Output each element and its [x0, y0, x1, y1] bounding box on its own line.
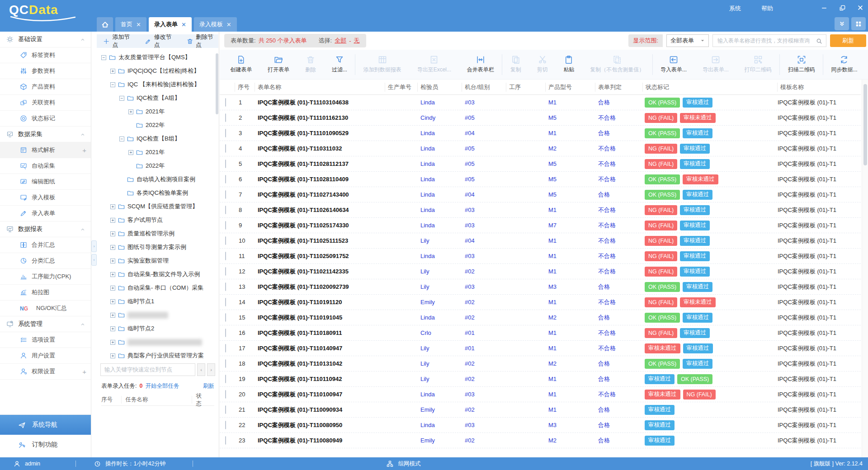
form-name[interactable]: IPQC案例模板 (01)-T11103104638 — [255, 99, 385, 107]
expand-panel-button[interactable]: › — [91, 240, 97, 252]
tree-node-图纸引导测量方案示例[interactable]: +图纸引导测量方案示例 — [97, 240, 215, 254]
tree-node-自动填入检测项目案例[interactable]: −自动填入检测项目案例 — [97, 173, 215, 186]
column-header-生产单号[interactable]: 生产单号 — [385, 83, 418, 92]
sidebar-section-0[interactable]: 基础设置 — [0, 32, 91, 47]
tree-node-自动采集-数据文件导入示例[interactable]: +自动采集-数据文件导入示例 — [97, 268, 215, 281]
tree-node-SCQM【供应链质量管理】[interactable]: +SCQM【供应链质量管理】 — [97, 200, 215, 213]
form-name[interactable]: IPQC案例模板 (01)-T11026140634 — [255, 206, 385, 214]
form-name[interactable]: IPQC案例模板 (01)-T110110942 — [255, 375, 385, 383]
sidebar-item-自动采集[interactable]: 自动采集 — [0, 158, 91, 174]
row-checkbox[interactable] — [225, 359, 226, 368]
table-row[interactable]: 17IPQC案例模板 (01)-T110140947Lily#01M1不合格审核… — [220, 341, 861, 356]
expand-icon[interactable]: + — [110, 245, 115, 250]
sidebar-item-柏拉图[interactable]: 柏拉图 — [0, 285, 91, 301]
column-header-表单名称[interactable]: 表单名称 — [255, 83, 385, 92]
tree-toolbar-修改节点[interactable]: 修改节点 — [145, 33, 176, 49]
sidebar-nav-button[interactable]: 系统导航 — [0, 415, 91, 435]
tree-scrollbar[interactable] — [216, 52, 218, 341]
search-prev-button[interactable]: ‹ — [197, 363, 205, 376]
row-checkbox[interactable] — [225, 436, 226, 445]
search-next-button[interactable]: › — [207, 363, 215, 376]
column-header-表单判定[interactable]: 表单判定 — [595, 83, 643, 92]
form-name[interactable]: IPQC案例模板 (01)-T110191045 — [255, 314, 385, 322]
expand-icon[interactable]: + — [110, 299, 115, 304]
row-checkbox[interactable] — [225, 282, 226, 291]
row-checkbox[interactable] — [225, 267, 226, 276]
row-checkbox[interactable] — [225, 206, 226, 214]
expand-icon[interactable]: + — [110, 231, 115, 236]
expand-icon[interactable]: + — [110, 286, 115, 291]
expand-icon[interactable]: + — [110, 218, 115, 223]
table-row[interactable]: 3IPQC案例模板 (01)-T11101090529Linda#04M1合格O… — [220, 126, 861, 141]
form-name[interactable]: IPQC案例模板 (01)-T11025174330 — [255, 221, 385, 230]
sidebar-item-权限设置[interactable]: 权限设置+ — [0, 364, 91, 380]
table-row[interactable]: 19IPQC案例模板 (01)-T110110942Lily#02M1合格审核通… — [220, 371, 861, 387]
tab-grid-button[interactable] — [851, 17, 866, 30]
expand-icon[interactable]: + — [110, 272, 115, 277]
form-name[interactable]: IPQC案例模板 (01)-T11020092739 — [255, 283, 385, 291]
sidebar-item-分类汇总[interactable]: 分类汇总 — [0, 253, 91, 269]
collapse-panel-button[interactable]: ‹ — [91, 254, 97, 266]
form-name[interactable]: IPQC案例模板 (01)-T11021142335 — [255, 268, 385, 276]
expand-icon[interactable]: + — [110, 313, 115, 318]
tree-node-2022年[interactable]: −2022年 — [97, 118, 215, 132]
close-icon[interactable]: ✕ — [136, 21, 141, 28]
form-name[interactable]: IPQC案例模板 (01)-T110100947 — [255, 390, 385, 399]
sidebar-section-1[interactable]: 数据采集 — [0, 127, 91, 142]
tree-node-IQC检查【A组】[interactable]: −IQC检查【A组】 — [97, 91, 215, 105]
column-header-模板名称[interactable]: 模板名称 — [778, 83, 861, 92]
tree-toolbar-删除节点[interactable]: 删除节点 — [187, 33, 218, 49]
sidebar-item-参数资料[interactable]: 参数资料 — [0, 63, 91, 79]
task-refresh-link[interactable]: 刷新 — [203, 382, 214, 390]
collapse-icon[interactable]: − — [101, 55, 106, 60]
toolbar-导入表单...[interactable]: 导入表单... — [653, 55, 695, 74]
toolbar-合并表单栏[interactable]: 合并表单栏 — [459, 55, 502, 74]
tab-3[interactable]: 录入模板✕ — [194, 17, 237, 32]
table-row[interactable]: 2IPQC案例模板 (01)-T11101162130Cindy#05M5不合格… — [220, 110, 861, 126]
table-row[interactable]: 6IPQC案例模板 (01)-T11028110409Linda#05M5不合格… — [220, 172, 861, 187]
form-name[interactable]: IPQC案例模板 (01)-T110180911 — [255, 329, 385, 337]
form-search-input[interactable] — [717, 37, 816, 44]
table-row[interactable]: 13IPQC案例模板 (01)-T11020092739Lily#03M3合格O… — [220, 279, 861, 295]
expand-icon[interactable]: + — [110, 258, 115, 263]
sidebar-item-编辑图纸[interactable]: 编辑图纸 — [0, 174, 91, 190]
tree-node-临时节点1[interactable]: +临时节点1 — [97, 295, 215, 308]
expand-icon[interactable]: + — [110, 340, 115, 345]
tree-node-太友质量管理平台【QMS】[interactable]: −太友质量管理平台【QMS】 — [97, 51, 215, 64]
form-name[interactable]: IPQC案例模板 (01)-T11027143400 — [255, 191, 385, 199]
tree-node-临时节点2[interactable]: +临时节点2 — [97, 322, 215, 335]
row-checkbox[interactable] — [225, 160, 226, 168]
table-row[interactable]: 20IPQC案例模板 (01)-T110100947Linda#03M1不合格审… — [220, 387, 861, 402]
row-checkbox[interactable] — [225, 329, 226, 337]
tree-node-典型客户行业供应链管理方案[interactable]: +典型客户行业供应链管理方案 — [97, 349, 215, 362]
table-row[interactable]: 9IPQC案例模板 (01)-T11025174330Linda#03M7不合格… — [220, 218, 861, 233]
add-shortcut-button[interactable]: + — [82, 368, 86, 376]
row-checkbox[interactable] — [225, 313, 226, 322]
sidebar-section-2[interactable]: 数据报表 — [0, 221, 91, 237]
form-name[interactable]: IPQC案例模板 (01)-T11028110409 — [255, 175, 385, 183]
column-header-机台/组别[interactable]: 机台/组别 — [462, 83, 506, 92]
table-row[interactable]: 12IPQC案例模板 (01)-T11021142335Lily#02M1不合格… — [220, 264, 861, 279]
table-row[interactable]: 8IPQC案例模板 (01)-T11026140634Linda#03M1不合格… — [220, 202, 861, 218]
tab-home[interactable] — [97, 17, 113, 32]
form-name[interactable]: IPQC案例模板 (01)-T110140947 — [255, 344, 385, 352]
table-row[interactable]: 15IPQC案例模板 (01)-T110191045Linda#02M2合格OK… — [220, 310, 861, 325]
sidebar-item-选项设置[interactable]: 选项设置 — [0, 332, 91, 348]
form-name[interactable]: IPQC案例模板 (01)-T110131042 — [255, 360, 385, 368]
tree-node-2021年[interactable]: +2021年 — [97, 146, 215, 159]
row-checkbox[interactable] — [225, 98, 226, 107]
close-icon[interactable]: ✕ — [181, 21, 186, 28]
sidebar-item-产品资料[interactable]: 产品资料 — [0, 79, 91, 95]
collapse-tabs-button[interactable] — [835, 17, 849, 30]
tree-node-redacted[interactable]: + — [97, 308, 215, 322]
table-row[interactable]: 1IPQC案例模板 (01)-T11103104638Linda#03M1合格O… — [220, 95, 861, 110]
table-row[interactable]: 23IPQC案例模板 (01)-T110080949Emily#02M2合格审核… — [220, 433, 861, 448]
close-icon[interactable] — [856, 4, 864, 12]
collapse-icon[interactable]: − — [119, 136, 124, 141]
form-name[interactable]: IPQC案例模板 (01)-T110311032 — [255, 145, 385, 153]
tree-node-IQC 【来料检验|进料检验】[interactable]: −IQC 【来料检验|进料检验】 — [97, 78, 215, 91]
row-checkbox[interactable] — [225, 236, 226, 245]
collapse-icon[interactable]: − — [119, 96, 124, 101]
row-checkbox[interactable] — [225, 298, 226, 306]
search-icon[interactable] — [816, 37, 822, 45]
